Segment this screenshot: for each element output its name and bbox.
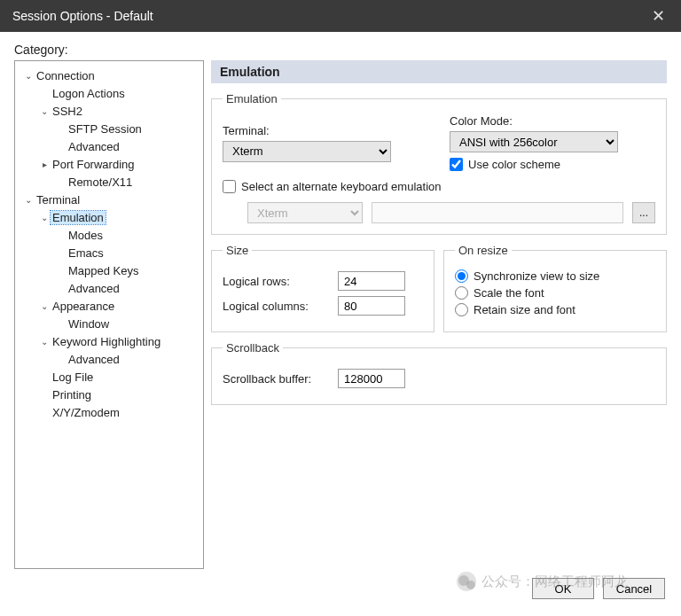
tree-node-label: Log File (51, 370, 95, 384)
scrollback-input[interactable] (338, 369, 405, 388)
resize-scale-radio[interactable] (455, 286, 468, 300)
rows-label: Logical rows: (223, 275, 338, 288)
chevron-down-icon[interactable]: ⌄ (38, 301, 51, 311)
tree-node-emacs[interactable]: Emacs (17, 244, 201, 261)
tree-node-label: X/Y/Zmodem (51, 406, 121, 419)
tree-node-x-y-zmodem[interactable]: X/Y/Zmodem (17, 403, 201, 421)
tree-node-label: Advanced (67, 353, 121, 366)
tree-node-label: Port Forwarding (51, 158, 136, 171)
tree-node-terminal[interactable]: ⌄Terminal (17, 191, 201, 208)
settings-panel: Emulation Emulation Terminal: Xterm Colo… (211, 60, 667, 414)
resize-sync-label: Synchronize view to size (474, 269, 599, 283)
tree-node-advanced[interactable]: Advanced (17, 137, 201, 155)
browse-button[interactable]: ... (632, 202, 655, 223)
tree-node-label: Advanced (67, 140, 121, 153)
resize-scale-label: Scale the font (474, 286, 544, 300)
tree-node-label: Keyword Highlighting (51, 335, 162, 348)
resize-retain-label: Retain size and font (474, 303, 575, 316)
alt-keyboard-select: Xterm (247, 202, 363, 223)
size-group: Size Logical rows: Logical columns: (211, 244, 434, 332)
ok-button[interactable]: OK (532, 578, 594, 599)
chevron-down-icon[interactable]: ⌄ (22, 71, 35, 81)
tree-node-ssh2[interactable]: ⌄SSH2 (17, 102, 201, 120)
cols-input[interactable] (338, 296, 405, 316)
tree-node-modes[interactable]: Modes (17, 226, 201, 244)
color-mode-label: Color Mode: (450, 114, 655, 128)
tree-node-keyword-highlighting[interactable]: ⌄Keyword Highlighting (17, 332, 201, 350)
category-label: Category: (14, 43, 667, 57)
resize-group: On resize Synchronize view to size Scale… (443, 244, 667, 332)
chevron-down-icon[interactable]: ⌄ (38, 106, 51, 116)
scrollback-group: Scrollback Scrollback buffer: (211, 341, 667, 405)
tree-node-printing[interactable]: Printing (17, 386, 201, 403)
size-legend: Size (223, 244, 252, 257)
tree-node-remote-x11[interactable]: Remote/X11 (17, 173, 201, 191)
scrollback-legend: Scrollback (223, 341, 283, 355)
resize-retain-radio[interactable] (455, 303, 468, 316)
resize-legend: On resize (455, 244, 512, 257)
tree-node-label: SFTP Session (67, 122, 144, 136)
terminal-select[interactable]: Xterm (223, 141, 391, 162)
chevron-down-icon[interactable]: ⌄ (22, 195, 35, 205)
use-color-scheme-label: Use color scheme (468, 158, 560, 171)
emulation-group: Emulation Terminal: Xterm Color Mode: AN… (211, 92, 667, 235)
use-color-scheme-checkbox[interactable] (450, 158, 463, 171)
chevron-down-icon[interactable]: ⌄ (38, 213, 51, 222)
tree-node-label: Emulation (51, 211, 106, 224)
panel-title: Emulation (211, 60, 667, 83)
tree-node-log-file[interactable]: Log File (17, 368, 201, 386)
tree-node-label: Appearance (51, 300, 116, 313)
close-icon[interactable]: ✕ (646, 6, 670, 26)
tree-node-window[interactable]: Window (17, 315, 201, 332)
tree-node-label: Logon Actions (51, 87, 127, 100)
tree-node-connection[interactable]: ⌄Connection (17, 66, 201, 84)
tree-node-label: SSH2 (51, 105, 84, 118)
tree-node-label: Connection (35, 69, 97, 82)
rows-input[interactable] (338, 271, 405, 291)
tree-node-mapped-keys[interactable]: Mapped Keys (17, 261, 201, 279)
window-title: Session Options - Default (12, 9, 153, 23)
tree-node-label: Terminal (35, 193, 82, 207)
emulation-legend: Emulation (223, 92, 281, 105)
chevron-down-icon[interactable]: ⌄ (38, 337, 51, 347)
tree-node-label: Modes (67, 229, 105, 242)
tree-node-label: Window (67, 317, 111, 331)
tree-node-appearance[interactable]: ⌄Appearance (17, 297, 201, 315)
category-tree[interactable]: ⌄ConnectionLogon Actions⌄SSH2SFTP Sessio… (14, 60, 204, 569)
tree-node-label: Mapped Keys (67, 264, 141, 277)
cancel-button[interactable]: Cancel (603, 578, 665, 599)
alt-keyboard-label: Select an alternate keyboard emulation (241, 180, 441, 193)
tree-node-advanced[interactable]: Advanced (17, 279, 201, 297)
tree-node-label: Printing (51, 388, 93, 402)
tree-node-port-forwarding[interactable]: ▸Port Forwarding (17, 155, 201, 173)
tree-node-label: Remote/X11 (67, 175, 134, 189)
alt-keyboard-checkbox[interactable] (223, 180, 236, 193)
color-mode-select[interactable]: ANSI with 256color (450, 131, 618, 152)
scrollback-label: Scrollback buffer: (223, 372, 338, 386)
cols-label: Logical columns: (223, 300, 338, 313)
tree-node-logon-actions[interactable]: Logon Actions (17, 84, 201, 102)
tree-node-sftp-session[interactable]: SFTP Session (17, 120, 201, 137)
tree-node-label: Emacs (67, 246, 106, 260)
tree-node-emulation[interactable]: ⌄Emulation (17, 208, 201, 226)
chevron-right-icon[interactable]: ▸ (38, 160, 51, 169)
alt-keyboard-path-input (372, 202, 623, 223)
terminal-label: Terminal: (223, 124, 428, 137)
tree-node-label: Advanced (67, 282, 121, 295)
titlebar: Session Options - Default ✕ (0, 0, 681, 32)
tree-node-advanced[interactable]: Advanced (17, 350, 201, 368)
resize-sync-radio[interactable] (455, 269, 468, 283)
